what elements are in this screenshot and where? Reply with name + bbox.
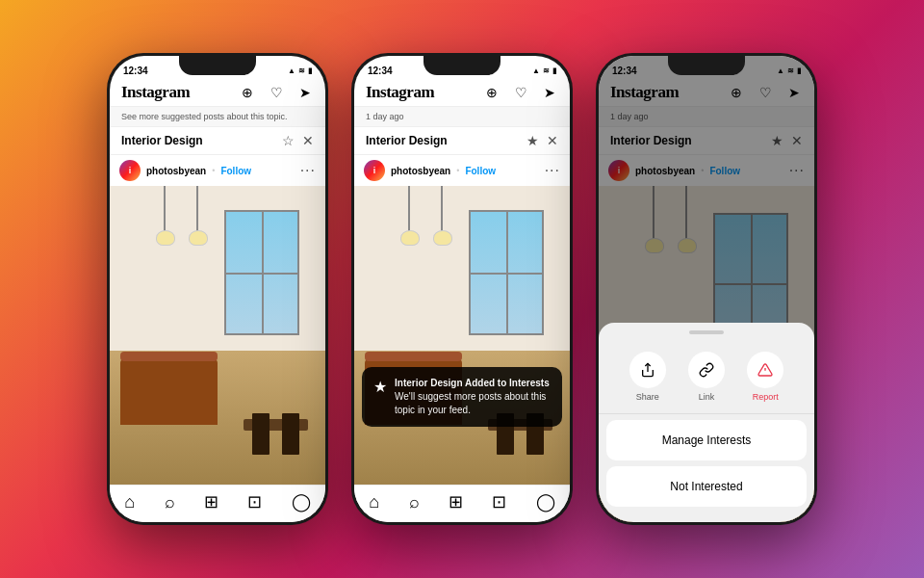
nav-home-1[interactable]: ⌂ [124,492,135,512]
nav-shop-2[interactable]: ⊡ [492,491,506,512]
close-icon-2[interactable]: ✕ [547,133,558,148]
send-icon-1[interactable]: ➤ [296,84,314,101]
phone-notch-3 [668,56,745,75]
topic-label-2: Interior Design [366,134,448,147]
pendant-1a [164,186,166,246]
window-1 [224,210,299,335]
room-scene-1 [110,186,325,485]
suggested-text-1: See more suggested posts about this topi… [121,112,288,121]
post-header-2: i photosbyean • Follow ··· [354,155,570,186]
chair-1b [252,413,270,455]
link-icon [699,362,714,378]
post-user-2: i photosbyean • Follow [364,160,496,181]
phone-3: 12:34 ▲ ≋ ▮ Instagram ⊕ ♡ ➤ 1 day ago In… [596,53,817,525]
topic-row-1: Interior Design ☆ ✕ [110,127,325,155]
pendant-2a [408,186,410,246]
star-icon-1[interactable]: ☆ [282,133,295,148]
sheet-link-item[interactable]: Link [688,352,725,402]
report-icon-circle [747,352,783,388]
window-2 [469,210,544,335]
bottom-nav-1: ⌂ ⌕ ⊞ ⊡ ◯ [110,485,325,522]
status-icons-2: ▲ ≋ ▮ [532,66,556,75]
post-dots-1[interactable]: ··· [300,162,316,179]
toast-description: We'll suggest more posts about this topi… [395,391,546,415]
ig-logo-2: Instagram [366,83,434,102]
wifi-icon-2: ≋ [543,66,550,75]
sheet-handle [689,330,724,334]
nav-search-1[interactable]: ⌕ [165,492,175,512]
share-label: Share [636,392,659,402]
pendant-2b [441,186,443,246]
send-icon-2[interactable]: ➤ [541,84,558,101]
link-icon-circle [688,352,725,388]
nav-profile-2[interactable]: ◯ [536,491,555,512]
post-username-1[interactable]: photosbyean [146,166,206,176]
toast-title: Interior Design Added to Interests [395,378,550,388]
post-user-1: i photosbyean • Follow [119,160,251,181]
toast-notification: ★ Interior Design Added to Interests We'… [362,367,562,427]
sheet-icons-row: Share Link [599,344,814,414]
day-label-2: 1 day ago [366,112,404,121]
close-icon-1[interactable]: ✕ [302,133,314,148]
topic-row-2: Interior Design ★ ✕ [354,127,570,155]
report-label: Report [753,392,779,402]
star-icon-2[interactable]: ★ [526,133,539,148]
report-icon [757,362,773,378]
ig-logo-1: Instagram [121,83,190,102]
topic-label-1: Interior Design [121,134,203,147]
nav-shop-1[interactable]: ⊡ [247,491,262,512]
heart-icon-2[interactable]: ♡ [512,84,529,101]
link-label: Link [699,392,715,402]
post-dots-2[interactable]: ··· [545,162,560,179]
avatar-1: i [119,160,141,181]
toast-text: Interior Design Added to Interests We'll… [395,377,551,417]
phone-notch-2 [424,56,500,75]
avatar-2: i [364,160,385,181]
ig-header-icons-2: ⊕ ♡ ➤ [483,84,558,101]
nav-add-1[interactable]: ⊞ [204,491,218,512]
topic-actions-1: ☆ ✕ [282,133,314,148]
not-interested-button[interactable]: Not Interested [606,466,807,507]
nav-home-2[interactable]: ⌂ [369,492,379,512]
follow-button-2[interactable]: Follow [465,166,496,176]
bottom-sheet-3: Share Link [599,323,814,522]
room-scene-2 [354,186,570,485]
nav-add-2[interactable]: ⊞ [449,491,463,512]
signal-icon: ▲ [288,66,295,75]
follow-button-1[interactable]: Follow [220,166,251,176]
share-icon [640,362,655,378]
suggested-banner-1: See more suggested posts about this topi… [110,107,325,127]
post-image-1 [110,186,325,485]
add-icon-2[interactable]: ⊕ [483,84,500,101]
bottom-nav-2: ⌂ ⌕ ⊞ ⊡ ◯ [354,485,570,522]
post-header-1: i photosbyean • Follow ··· [110,155,325,186]
nav-search-2[interactable]: ⌕ [409,492,420,512]
add-icon-1[interactable]: ⊕ [239,84,256,101]
post-username-2[interactable]: photosbyean [391,166,450,176]
heart-icon-1[interactable]: ♡ [268,84,285,101]
signal-icon-2: ▲ [532,66,540,75]
status-time-2: 12:34 [368,66,393,76]
phone-2: 12:34 ▲ ≋ ▮ Instagram ⊕ ♡ ➤ 1 day ago In… [351,53,573,525]
topic-actions-2: ★ ✕ [526,133,558,148]
sheet-share-item[interactable]: Share [629,352,666,402]
sheet-report-item[interactable]: Report [747,352,783,402]
sofa-1 [120,359,218,425]
suggested-banner-2: 1 day ago [354,107,570,127]
post-image-2: ★ Interior Design Added to Interests We'… [354,186,570,485]
battery-icon-2: ▮ [552,66,556,75]
phone-1: 12:34 ▲ ≋ ▮ Instagram ⊕ ♡ ➤ See more sug… [107,53,328,525]
ig-header-1: Instagram ⊕ ♡ ➤ [110,79,325,107]
phone-notch-1 [179,56,256,75]
wifi-icon: ≋ [298,66,305,75]
battery-icon: ▮ [308,66,312,75]
status-icons-1: ▲ ≋ ▮ [288,66,312,75]
share-icon-circle [629,352,666,388]
nav-profile-1[interactable]: ◯ [292,491,311,512]
pendant-1b [196,186,198,246]
status-time-1: 12:34 [123,66,148,76]
toast-star-icon: ★ [373,378,387,396]
manage-interests-button[interactable]: Manage Interests [606,420,807,460]
ig-header-icons-1: ⊕ ♡ ➤ [239,84,314,101]
ig-header-2: Instagram ⊕ ♡ ➤ [354,79,570,107]
